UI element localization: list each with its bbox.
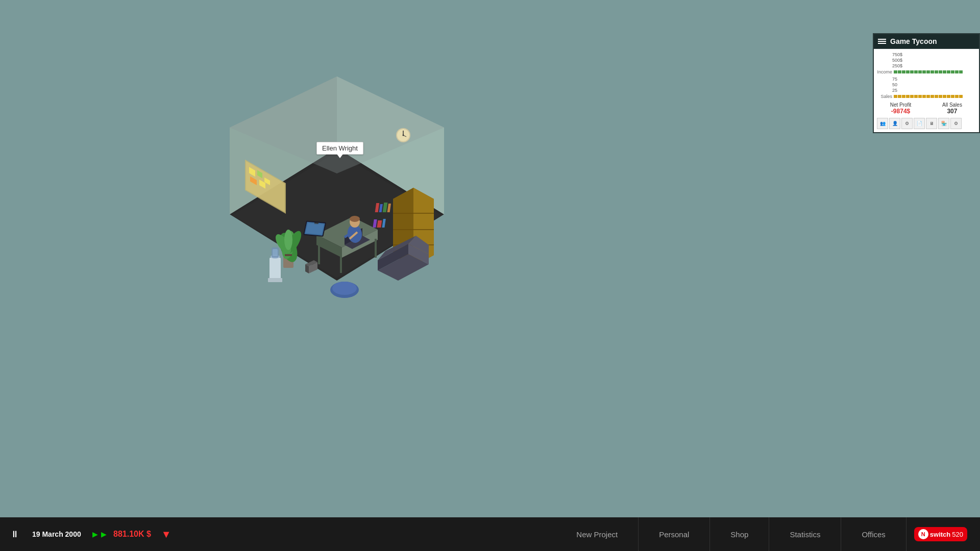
svg-point-59 <box>284 230 292 250</box>
profit-section: Net Profit -9874$ All Sales 307 <box>877 101 976 116</box>
y-label-250: 250$ <box>892 63 976 68</box>
income-bars <box>894 70 976 73</box>
money-display: 881.10K $ <box>108 530 156 539</box>
game-area: Ellen Wright Game Tycoon 750$ 500$ 250$ … <box>0 0 980 551</box>
icon-toolbar: 👥 👤 ⚙ 📄 🖥 🏪 ⚙ <box>877 118 976 129</box>
all-sales-col: All Sales 307 <box>928 102 976 115</box>
income-label: Income <box>877 69 892 74</box>
svg-rect-64 <box>268 278 282 282</box>
new-project-button[interactable]: New Project <box>535 517 639 551</box>
net-profit-label: Net Profit <box>877 102 924 108</box>
stats-title: Game Tycoon <box>890 37 937 45</box>
stats-panel[interactable]: Game Tycoon 750$ 500$ 250$ Income <box>873 33 980 133</box>
y-label-50: 50 <box>892 82 976 87</box>
income-row: Income <box>877 69 976 74</box>
svg-rect-65 <box>273 249 278 256</box>
nintendo-n: N <box>918 529 928 539</box>
y-label-750: 750$ <box>892 52 976 57</box>
person-icon[interactable]: 👤 <box>889 118 900 129</box>
sales-label: Sales <box>877 94 892 99</box>
y-label-75: 75 <box>892 77 976 82</box>
speed1-button[interactable]: ▶ <box>91 530 100 538</box>
shop-button[interactable]: Shop <box>710 517 769 551</box>
all-sales-value: 307 <box>928 108 976 115</box>
shop-icon[interactable]: 🏪 <box>938 118 949 129</box>
nintendo-logo: N switch 520 <box>906 527 975 541</box>
sales-row: Sales <box>877 94 976 99</box>
office-room <box>194 77 480 306</box>
net-profit-value: -9874$ <box>877 108 924 115</box>
taskbar: ⏸ 19 March 2000 ▶ ▶ 881.10K $ ▼ New Proj… <box>0 517 980 551</box>
gear-icon[interactable]: ⚙ <box>901 118 913 129</box>
nintendo-number: 520 <box>952 531 963 538</box>
all-sales-label: All Sales <box>928 102 976 108</box>
nintendo-badge: N switch 520 <box>914 527 967 541</box>
svg-point-70 <box>332 282 357 295</box>
doc-icon[interactable]: 📄 <box>914 118 925 129</box>
settings2-icon[interactable]: ⚙ <box>950 118 962 129</box>
character-name: Ellen Wright <box>322 144 358 152</box>
monitor-icon[interactable]: 🖥 <box>926 118 937 129</box>
stats-body: 750$ 500$ 250$ Income <box>874 49 979 132</box>
menu-icon[interactable] <box>878 39 886 44</box>
y-label-25: 25 <box>892 88 976 93</box>
statistics-button[interactable]: Statistics <box>769 517 841 551</box>
svg-rect-60 <box>285 254 292 256</box>
offices-button[interactable]: Offices <box>841 517 906 551</box>
personal-button[interactable]: Personal <box>639 517 710 551</box>
svg-point-51 <box>350 216 360 222</box>
character-tooltip: Ellen Wright <box>316 142 363 155</box>
nintendo-switch-text: switch <box>930 531 950 538</box>
svg-rect-61 <box>270 258 281 281</box>
warning-icon: ▼ <box>156 529 177 540</box>
y-label-500: 500$ <box>892 58 976 63</box>
sales-bars <box>894 95 976 98</box>
date-display: 19 March 2000 <box>24 530 91 538</box>
speed2-button[interactable]: ▶ <box>100 530 108 538</box>
pause-button[interactable]: ⏸ <box>5 529 24 540</box>
svg-rect-46 <box>306 223 324 235</box>
stats-header: Game Tycoon <box>874 34 979 49</box>
net-profit-col: Net Profit -9874$ <box>877 102 924 115</box>
people-icon[interactable]: 👥 <box>877 118 888 129</box>
